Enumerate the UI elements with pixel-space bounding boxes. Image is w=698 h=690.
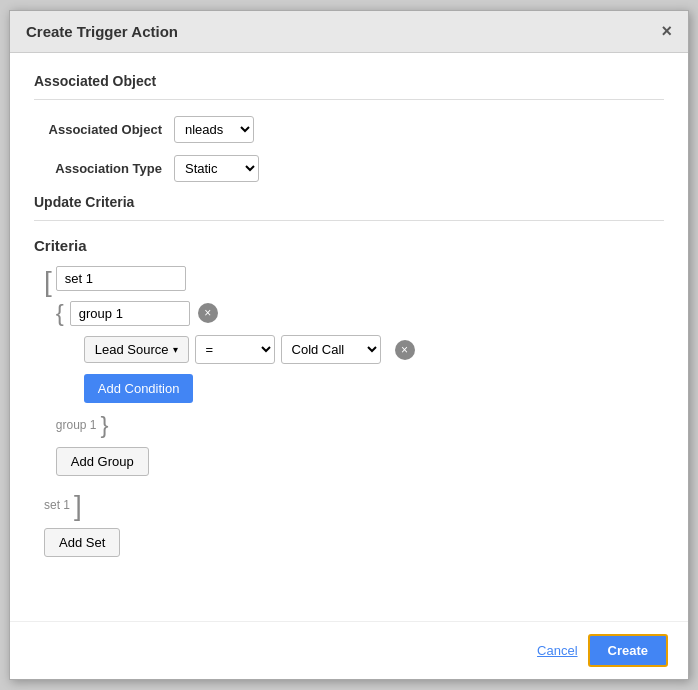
condition-row: Lead Source = != > < Cold Call Web Phone <box>84 335 664 364</box>
remove-condition-button[interactable]: × <box>395 340 415 360</box>
associated-object-select[interactable]: nleads <box>174 116 254 143</box>
remove-group-button[interactable]: × <box>198 303 218 323</box>
criteria-label: Criteria <box>34 237 664 254</box>
group-close-row: group 1 } <box>56 411 664 439</box>
group-open-bracket: { <box>56 299 64 327</box>
set-open-bracket: [ <box>44 268 52 296</box>
create-button[interactable]: Create <box>588 634 668 667</box>
add-condition-button[interactable]: Add Condition <box>84 374 194 403</box>
association-type-label: Association Type <box>34 161 174 176</box>
group-close-label: group 1 <box>56 418 97 432</box>
modal-footer: Cancel Create <box>10 621 688 679</box>
field-dropdown-button[interactable]: Lead Source <box>84 336 189 363</box>
modal-title: Create Trigger Action <box>26 23 178 40</box>
section-divider-2 <box>34 220 664 221</box>
set-close-bracket: ] <box>74 492 82 520</box>
set-close-label: set 1 <box>44 498 70 512</box>
modal-header: Create Trigger Action × <box>10 11 688 53</box>
associated-object-row: Associated Object nleads <box>34 116 664 143</box>
associated-object-label: Associated Object <box>34 122 174 137</box>
update-criteria-title: Update Criteria <box>34 194 664 210</box>
criteria-section: Criteria [ { × L <box>34 237 664 557</box>
value-select[interactable]: Cold Call Web Phone Email <box>281 335 381 364</box>
create-trigger-modal: Create Trigger Action × Associated Objec… <box>9 10 689 680</box>
bracket-container: [ { × Lead Source = <box>44 266 664 557</box>
association-type-row: Association Type Static Dynamic <box>34 155 664 182</box>
close-button[interactable]: × <box>661 21 672 42</box>
section-divider-1 <box>34 99 664 100</box>
group-input[interactable] <box>70 301 190 326</box>
set-input[interactable] <box>56 266 186 291</box>
association-type-select[interactable]: Static Dynamic <box>174 155 259 182</box>
add-set-button[interactable]: Add Set <box>44 528 120 557</box>
associated-object-title: Associated Object <box>34 73 664 89</box>
add-group-button[interactable]: Add Group <box>56 447 149 476</box>
set-close-row: set 1 ] <box>44 490 664 520</box>
cancel-button[interactable]: Cancel <box>537 643 577 658</box>
operator-select[interactable]: = != > < <box>195 335 275 364</box>
modal-body: Associated Object Associated Object nlea… <box>10 53 688 621</box>
set-bracket: [ { × Lead Source = <box>44 266 664 486</box>
group-close-bracket: } <box>100 411 108 439</box>
group-row: { × <box>56 299 664 327</box>
set-content: { × Lead Source = != > < <box>56 266 664 486</box>
